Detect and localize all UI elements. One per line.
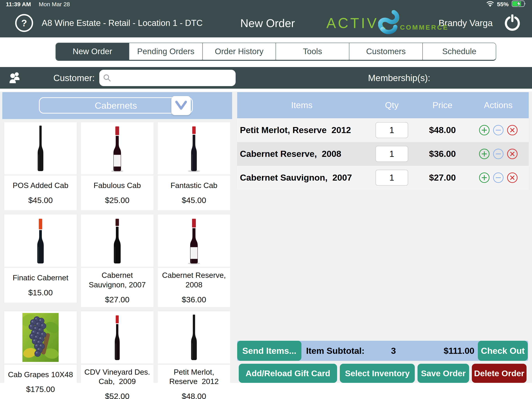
increase-icon[interactable]	[479, 172, 490, 183]
order-row: Petit Merlot, Reserve 2012$48.00	[237, 118, 529, 142]
product-info[interactable]: POS Added Cab$45.00	[4, 175, 77, 210]
product-name: Fantastic Cab	[171, 181, 217, 190]
column-items: Items	[237, 100, 367, 110]
check-out-button[interactable]: Check Out	[478, 341, 528, 361]
tab-new-order[interactable]: New Order	[56, 43, 129, 60]
save-order-button[interactable]: Save Order	[418, 364, 469, 383]
black-slim-bottle[interactable]	[4, 122, 77, 174]
product-name: Cab Grapes 10X48	[8, 370, 73, 380]
status-bar: 11:39 AM Mon Mar 28 55%	[0, 0, 532, 9]
order-rows: Petit Merlot, Reserve 2012$48.00Cabernet…	[237, 118, 529, 190]
qty-input[interactable]	[375, 122, 408, 138]
item-subtotal-label: Item Subtotal:	[306, 346, 365, 356]
orange-cap-dark-bottle[interactable]	[4, 214, 77, 267]
select-inventory-button[interactable]: Select Inventory	[340, 364, 415, 383]
order-item-name: Cabernet Sauvignon, 2007	[237, 173, 367, 183]
order-actions-row: Add/Reload Gift Card Select Inventory Sa…	[237, 364, 528, 383]
grapes-photo[interactable]	[4, 311, 77, 364]
column-actions: Actions	[468, 100, 529, 110]
send-items-button[interactable]: Send Items...	[237, 341, 301, 361]
product-price: $175.00	[26, 385, 55, 394]
tab-pending-orders[interactable]: Pending Orders	[129, 43, 202, 60]
product-info[interactable]: Petit Merlot, Reserve 2012$48.00	[158, 365, 230, 399]
content-area: Cabernets POS Added Cab$45.00Fabulous Ca…	[0, 91, 532, 383]
order-row: Cabernet Sauvignon, 2007$27.00	[237, 166, 529, 190]
wifi-icon	[487, 1, 494, 8]
column-price: Price	[417, 100, 468, 110]
product-info[interactable]: Cabernet Sauvignon, 2007$27.00	[81, 268, 153, 307]
product-name: Petit Merlot, Reserve 2012	[159, 367, 229, 386]
tab-schedule[interactable]: Schedule	[422, 43, 496, 60]
product-price: $15.00	[28, 288, 53, 297]
tab-order-history[interactable]: Order History	[202, 43, 276, 60]
date: Mon Mar 28	[39, 1, 70, 8]
logo-word-activ: ACTIV	[326, 15, 379, 31]
black-slim-bottle[interactable]	[158, 311, 230, 364]
red-cap-white-label-bottle[interactable]	[81, 122, 153, 174]
increase-icon[interactable]	[479, 148, 490, 159]
product-price: $45.00	[28, 196, 53, 205]
order-panel: Items Qty Price Actions Petit Merlot, Re…	[237, 92, 529, 190]
category-header: Cabernets	[2, 92, 232, 119]
pos-screen: 11:39 AM Mon Mar 28 55% ? A8 Wine	[0, 0, 532, 399]
product-name: Cabernet Sauvignon, 2007	[82, 270, 152, 290]
remove-icon[interactable]	[507, 148, 518, 159]
search-icon	[103, 74, 111, 83]
battery-icon	[512, 0, 526, 8]
category-dropdown-button[interactable]	[171, 96, 191, 115]
tab-customers[interactable]: Customers	[349, 43, 422, 60]
delete-order-button[interactable]: Delete Order	[472, 364, 526, 383]
order-item-price: $27.00	[417, 173, 468, 183]
catalog-panel: Cabernets POS Added Cab$45.00Fabulous Ca…	[2, 92, 232, 383]
product-info[interactable]: CDV Vineyard Des. Cab, 2009$52.00	[81, 365, 153, 399]
remove-icon[interactable]	[507, 172, 518, 183]
qty-input[interactable]	[375, 170, 408, 186]
product-info[interactable]: Fabulous Cab$25.00	[81, 175, 153, 210]
product-info[interactable]: Finatic Cabernet$15.00	[4, 268, 77, 302]
remove-icon[interactable]	[507, 125, 518, 135]
activ8-commerce-logo: ACTIV COMMERCE	[326, 11, 449, 35]
add-reload-gift-card-button[interactable]: Add/Reload Gift Card	[239, 364, 337, 383]
decrease-icon[interactable]	[493, 148, 504, 159]
product-name: Fabulous Cab	[94, 181, 141, 190]
red-cap-dark-bottle[interactable]	[158, 122, 230, 174]
category-selected-label: Cabernets	[95, 100, 137, 111]
tab-tools[interactable]: Tools	[276, 43, 349, 60]
category-dropdown[interactable]: Cabernets	[39, 97, 193, 114]
product-card: Fantastic Cab$45.00	[158, 122, 230, 210]
page-title: New Order	[240, 17, 295, 30]
qty-input[interactable]	[375, 146, 408, 162]
order-item-price: $36.00	[417, 149, 468, 159]
product-info[interactable]: Fantastic Cab$45.00	[158, 175, 230, 210]
product-info[interactable]: Cab Grapes 10X48$175.00	[4, 365, 77, 399]
item-subtotal-count: 3	[391, 346, 396, 356]
memberships-label: Membership(s):	[368, 73, 430, 83]
red-cap-slim-bottle[interactable]	[81, 311, 153, 364]
product-card: Fabulous Cab$25.00	[81, 122, 153, 210]
product-info[interactable]: Cabernet Reserve, 2008$36.00	[158, 268, 230, 307]
help-icon[interactable]: ?	[15, 14, 33, 32]
order-item-name: Petit Merlot, Reserve 2012	[237, 125, 367, 135]
chevron-down-icon	[175, 100, 187, 111]
product-card: Cab Grapes 10X48$175.00	[4, 311, 77, 399]
decrease-icon[interactable]	[493, 172, 504, 183]
battery-percent: 55%	[497, 1, 509, 8]
red-cap-white-label-bottle[interactable]	[158, 214, 230, 267]
product-price: $27.00	[105, 295, 129, 304]
column-qty: Qty	[367, 100, 417, 110]
product-card: Petit Merlot, Reserve 2012$48.00	[158, 311, 230, 399]
customer-search-input[interactable]	[99, 70, 236, 86]
product-card: Cabernet Sauvignon, 2007$27.00	[81, 214, 153, 307]
logout-power-icon[interactable]	[505, 14, 520, 32]
item-subtotal-amount: $111.00	[443, 346, 474, 356]
decrease-icon[interactable]	[493, 125, 504, 135]
subtotal-bar: Send Items... Item Subtotal: 3 $111.00 C…	[237, 341, 528, 361]
dark-maroon-bottle[interactable]	[81, 214, 153, 267]
product-price: $48.00	[182, 392, 206, 399]
increase-icon[interactable]	[479, 125, 490, 135]
app-header: ? A8 Wine Estate - Retail - Location 1 -…	[0, 9, 532, 37]
product-price: $25.00	[105, 196, 129, 205]
order-row: Cabernet Reserve, 2008$36.00	[237, 142, 529, 166]
order-table-header: Items Qty Price Actions	[237, 92, 529, 118]
order-item-price: $48.00	[417, 125, 468, 135]
